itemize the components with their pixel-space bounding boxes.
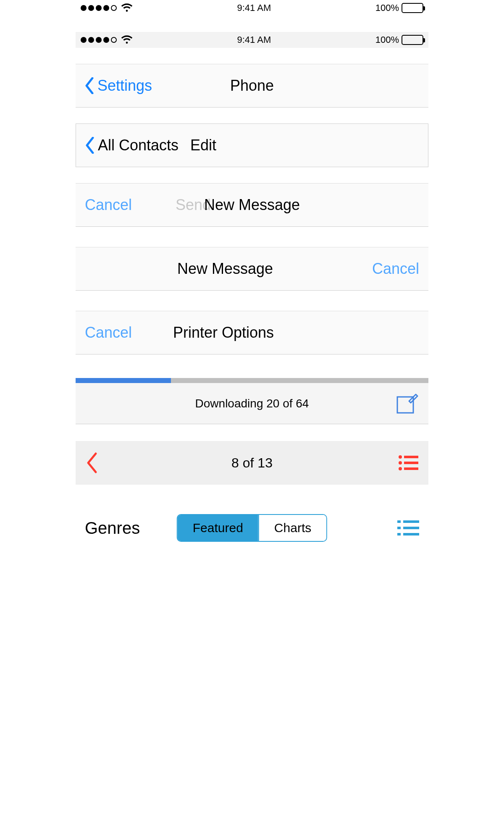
cell-signal-dots-icon: [81, 5, 117, 11]
pager-back-button[interactable]: [86, 452, 98, 474]
navbar-settings-phone: Settings Phone: [76, 64, 428, 108]
navbar-title: New Message: [85, 260, 360, 278]
list-button[interactable]: [397, 520, 419, 536]
download-progress-track: [76, 378, 428, 383]
cell-signal-dots-icon: [81, 37, 117, 43]
cancel-button[interactable]: Cancel: [85, 324, 132, 341]
navbar-new-message-1: Cancel New Message Send: [76, 183, 428, 227]
cancel-button[interactable]: Cancel: [85, 196, 132, 214]
download-status-bar: Downloading 20 of 64: [76, 383, 428, 424]
download-status-text: Downloading 20 of 64: [195, 397, 309, 410]
status-time: 9:41 AM: [237, 3, 271, 13]
svg-rect-12: [403, 533, 419, 536]
segment-charts[interactable]: Charts: [258, 515, 326, 541]
segmented-control: Featured Charts: [177, 514, 327, 542]
genres-label[interactable]: Genres: [85, 519, 140, 538]
wifi-icon: [121, 35, 133, 45]
battery-percent: 100%: [375, 3, 399, 13]
svg-point-3: [399, 461, 402, 465]
status-bar-dark: 9:41 AM 100%: [76, 32, 428, 48]
svg-point-5: [399, 467, 402, 470]
navbar-new-message-2: New Message Cancel: [76, 247, 428, 291]
status-bar-light: 9:41 AM 100%: [76, 0, 428, 16]
chevron-left-icon: [85, 77, 94, 94]
svg-rect-4: [404, 462, 418, 464]
pager-bar: 8 of 13: [76, 441, 428, 485]
cancel-button[interactable]: Cancel: [372, 260, 419, 278]
edit-button[interactable]: Edit: [190, 136, 216, 154]
list-button[interactable]: [398, 454, 418, 471]
status-time: 9:41 AM: [237, 34, 271, 45]
battery-cluster: 100%: [375, 34, 423, 45]
svg-rect-6: [404, 467, 418, 470]
battery-icon: [402, 3, 423, 13]
genres-toolbar: Genres Featured Charts: [76, 505, 428, 551]
svg-rect-8: [403, 520, 419, 523]
battery-icon: [402, 35, 423, 45]
ios-navbar-gallery: 9:41 AM 100% 9:41 AM 100% Settings: [76, 0, 428, 551]
svg-point-1: [399, 455, 402, 459]
svg-rect-9: [397, 527, 401, 529]
compose-button[interactable]: [395, 392, 418, 415]
navbar-all-contacts: All Contacts Edit: [76, 123, 428, 167]
download-progress-fill: [76, 378, 171, 383]
svg-rect-2: [404, 456, 418, 458]
signal-cluster: [81, 3, 133, 13]
back-button[interactable]: All Contacts: [85, 136, 178, 154]
navbar-title: Printer Options: [148, 324, 419, 341]
segment-featured[interactable]: Featured: [178, 515, 258, 541]
navbar-printer-options: Cancel Printer Options: [76, 311, 428, 354]
pager-text: 8 of 13: [231, 455, 273, 471]
svg-rect-11: [397, 533, 401, 536]
chevron-left-icon: [85, 137, 94, 154]
back-label: All Contacts: [98, 136, 178, 154]
svg-rect-7: [397, 520, 401, 523]
back-label: Settings: [97, 77, 152, 94]
svg-rect-10: [403, 527, 419, 529]
battery-percent: 100%: [375, 34, 399, 45]
signal-cluster: [81, 35, 133, 45]
back-button[interactable]: Settings: [85, 77, 160, 94]
wifi-icon: [121, 3, 133, 13]
send-button-disabled: Send: [176, 196, 211, 214]
battery-cluster: 100%: [375, 3, 423, 13]
